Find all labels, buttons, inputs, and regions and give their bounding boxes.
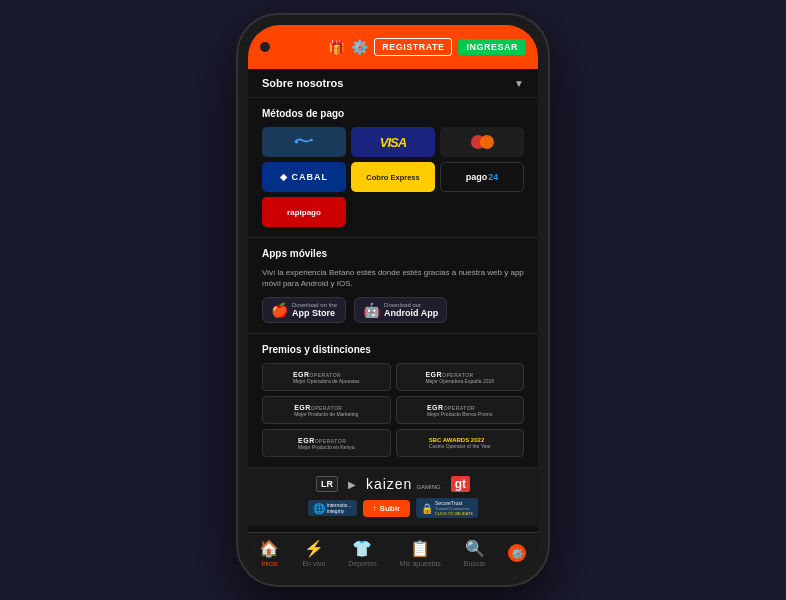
apple-icon: 🍎 [271,302,288,318]
nav-apuestas-label: Mis apuestas [400,560,441,567]
payment-pago24[interactable]: pago 24 [440,162,524,192]
camera-dot [260,42,270,52]
android-icon: 🤖 [363,302,380,318]
award-badge-2: EGROPERATOR Mejor Operadora España 2018 [396,363,525,391]
award-badge-5: EGROPERATOR Mejor Producto en Kenya [262,429,391,457]
payment-methods-section: Métodos de pago VISA [248,98,538,238]
sobre-nosotros-label: Sobre nosotros [262,77,343,89]
nav-inicio[interactable]: 🏠 Inicio [259,539,279,567]
award-badge-6: SBC AWARDS 2022 Casino Operator of the Y… [396,429,525,457]
apps-section: Apps móviles Viví la experiencia Betano … [248,238,538,334]
register-button[interactable]: REGISTRATE [374,38,452,56]
mc-orange-circle [480,135,494,149]
payment-transfer[interactable] [262,127,346,157]
casino-icon: ⚙️ [508,544,526,562]
award-content-4: EGROPERATOR Mejor Producto Bonos Promo [427,404,493,417]
cobro-label: Cobro Express [366,173,419,182]
sports-icon: 👕 [352,539,372,558]
payment-grid: VISA ◆ CABAL Cobro Express [262,127,524,227]
nav-inicio-label: Inicio [261,560,277,567]
cabal-label: ◆ CABAL [280,172,328,182]
subir-button[interactable]: ↑ Subir [363,500,410,517]
live-icon: ⚡ [304,539,324,558]
bottom-nav: 🏠 Inicio ⚡ En vivo 👕 Deportes 📋 Mis apue… [248,532,538,575]
appstore-button[interactable]: 🍎 Download on the App Store [262,297,346,323]
visa-label: VISA [380,135,406,150]
nav-buscar[interactable]: 🔍 Buscar [464,539,486,567]
nav-deportes[interactable]: 👕 Deportes [348,539,376,567]
appstore-text-block: Download on the App Store [292,302,337,318]
payment-mastercard[interactable] [440,127,524,157]
play-icon: ▶ [348,479,356,490]
top-bar: 🎁 ⚙️ REGISTRATE INGRESAR [248,25,538,69]
store-buttons: 🍎 Download on the App Store 🤖 Download o… [262,297,524,323]
award-badge-4: EGROPERATOR Mejor Producto Bonos Promo [396,396,525,424]
award-badge-1: EGROPERATOR Mejor Operadora de Apuestas [262,363,391,391]
settings-icon[interactable]: ⚙️ [351,39,368,55]
sobre-nosotros-section[interactable]: Sobre nosotros ▼ [248,69,538,98]
nav-deportes-label: Deportes [348,560,376,567]
integrity-line2: integrity [327,508,352,514]
award-badge-3: EGROPERATOR Mejor Producto de Marketing [262,396,391,424]
lr-badge: LR [316,476,338,492]
svg-point-1 [310,139,313,142]
kaizen-logo: kaizen [366,476,412,492]
award-content-6: SBC AWARDS 2022 Casino Operator of the Y… [429,437,491,449]
kaizen-sub: GAMING [416,484,440,490]
appstore-name: App Store [292,308,337,318]
apps-description: Viví la experiencia Betano estés donde e… [262,267,524,289]
integrity-badge: 🌐 internatio... integrity [308,500,357,516]
home-icon: 🏠 [259,539,279,558]
awards-title: Premios y distinciones [262,344,524,355]
top-bar-left [260,42,270,52]
chevron-down-icon: ▼ [514,78,524,89]
transfer-icon [293,135,315,149]
up-arrow-icon: ↑ [373,504,377,513]
payment-cobro-express[interactable]: Cobro Express [351,162,435,192]
award-content-1: EGROPERATOR Mejor Operadora de Apuestas [293,371,360,384]
rapipago-label: rapipago [287,208,321,217]
payment-rapipago[interactable]: rapipago [262,197,346,227]
top-bar-icons: 🎁 ⚙️ REGISTRATE INGRESAR [328,38,526,56]
awards-grid: EGROPERATOR Mejor Operadora de Apuestas … [262,363,524,457]
award-content-3: EGROPERATOR Mejor Producto de Marketing [294,404,358,417]
integrity-text-block: internatio... integrity [327,502,352,514]
nav-buscar-label: Buscar [464,560,486,567]
partners-section: LR ▶ kaizen GAMING gt [248,468,538,526]
lr-text: LR [321,479,333,489]
award-content-2: EGROPERATOR Mejor Operadora España 2018 [425,371,494,384]
gt-logo: gt [451,476,470,492]
subir-label: Subir [380,504,400,513]
kaizen-text: kaizen [366,476,412,492]
search-icon: 🔍 [465,539,485,558]
gt-text: gt [455,477,466,491]
partners-row-2: 🌐 internatio... integrity ↑ Subir 🔒 [262,498,524,518]
content-scroll: Sobre nosotros ▼ Métodos de pago [248,69,538,532]
nav-en-vivo[interactable]: ⚡ En vivo [302,539,325,567]
payment-visa[interactable]: VISA [351,127,435,157]
pago-label: pago [466,172,488,182]
secure-line3: CLICK TO VALIDATE [435,511,473,516]
payment-methods-title: Métodos de pago [262,108,524,119]
nav-envivo-label: En vivo [302,560,325,567]
phone-device: 🎁 ⚙️ REGISTRATE INGRESAR Sobre nosotros … [238,15,548,585]
award-content-5: EGROPERATOR Mejor Producto en Kenya [298,437,354,450]
gift-icon[interactable]: 🎁 [328,39,345,55]
android-text-block: Download our Android App [384,302,438,318]
svg-point-0 [295,141,298,144]
pago-number: 24 [488,172,498,182]
phone-screen: 🎁 ⚙️ REGISTRATE INGRESAR Sobre nosotros … [248,25,538,575]
nav-mis-apuestas[interactable]: 📋 Mis apuestas [400,539,441,567]
payment-cabal[interactable]: ◆ CABAL [262,162,346,192]
secure-text-block: SecureTrust Trusted Commerce CLICK TO VA… [435,500,473,516]
apps-title: Apps móviles [262,248,524,259]
bets-icon: 📋 [410,539,430,558]
awards-section: Premios y distinciones EGROPERATOR Mejor… [248,334,538,468]
nav-casino[interactable]: ⚙️ [508,544,526,562]
secure-badge: 🔒 SecureTrust Trusted Commerce CLICK TO … [416,498,478,518]
android-button[interactable]: 🤖 Download our Android App [354,297,447,323]
android-name: Android App [384,308,438,318]
globe-icon: 🌐 [313,503,325,514]
partners-row-1: LR ▶ kaizen GAMING gt [262,476,524,492]
login-button[interactable]: INGRESAR [458,39,526,55]
